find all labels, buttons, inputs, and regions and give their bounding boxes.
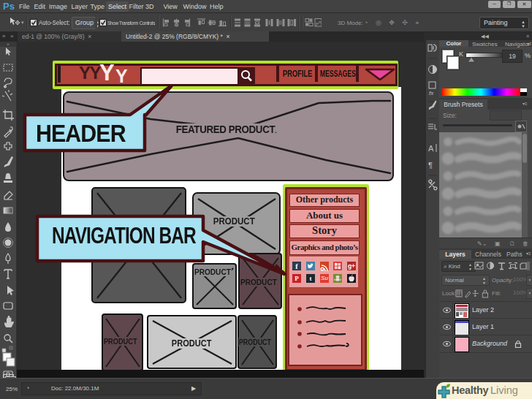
svg-text:A: A <box>428 144 434 153</box>
svg-text:¶: ¶ <box>428 161 433 170</box>
svg-text:fx: fx <box>429 90 434 96</box>
